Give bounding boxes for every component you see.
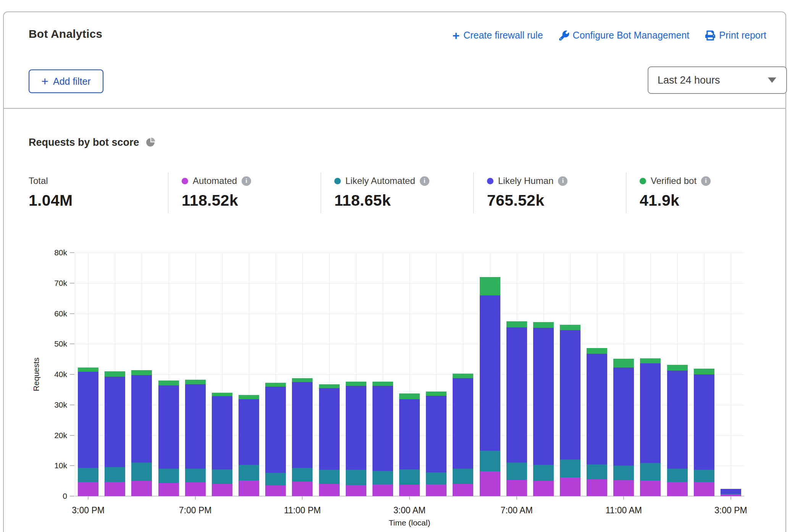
legend-dot (334, 178, 341, 184)
create-firewall-rule-link[interactable]: + Create firewall rule (452, 30, 543, 41)
info-icon[interactable]: i (701, 176, 711, 186)
legend-dot (487, 178, 493, 184)
info-icon[interactable]: i (558, 176, 568, 186)
print-report-label: Print report (719, 30, 766, 41)
stat-automated: Automatedi118.52k (168, 172, 321, 213)
plus-icon: + (452, 31, 459, 40)
add-filter-button[interactable]: + Add filter (29, 69, 103, 93)
stat-label: Total (29, 176, 48, 186)
info-icon[interactable]: i (420, 176, 429, 186)
configure-bot-management-label: Configure Bot Management (573, 30, 690, 41)
stat-label: Verified bot (651, 176, 696, 186)
plus-icon: + (41, 77, 48, 86)
stat-value: 41.9k (640, 192, 779, 210)
stat-value: 1.04M (29, 192, 168, 210)
configure-bot-management-link[interactable]: Configure Bot Management (559, 30, 690, 41)
legend-dot (640, 178, 646, 184)
stat-verified-bot: Verified boti41.9k (626, 172, 779, 213)
wrench-icon (559, 31, 569, 40)
add-filter-label: Add filter (53, 76, 91, 87)
header-actions: + Create firewall rule Configure Bot Man… (452, 30, 766, 41)
legend-dot (182, 178, 188, 184)
printer-icon (705, 31, 715, 40)
page-title: Bot Analytics (29, 27, 102, 40)
time-range-value: Last 24 hours (658, 74, 720, 86)
stat-label: Likely Automated (345, 176, 415, 186)
header-divider (3, 108, 786, 109)
stat-total: Total1.04M (15, 172, 168, 213)
info-icon[interactable]: i (242, 176, 251, 186)
stat-label: Automated (193, 176, 237, 186)
stat-value: 765.52k (487, 192, 626, 210)
time-range-dropdown[interactable]: Last 24 hours (648, 66, 787, 94)
stat-likely-human: Likely Humani765.52k (473, 172, 626, 213)
stat-label: Likely Human (498, 176, 553, 186)
stat-value: 118.65k (334, 192, 473, 210)
bot-analytics-page: Bot Analytics + Create firewall rule Con… (0, 0, 790, 532)
stats-row: Total1.04MAutomatedi118.52kLikely Automa… (15, 172, 779, 213)
stat-likely-automated: Likely Automatedi118.65k (321, 172, 473, 213)
create-firewall-rule-label: Create firewall rule (463, 30, 543, 41)
section-title: Requests by bot score (29, 137, 139, 148)
print-report-link[interactable]: Print report (705, 30, 766, 41)
section-title-row: Requests by bot score (29, 137, 155, 148)
pie-chart-icon (145, 137, 155, 148)
stat-value: 118.52k (182, 192, 321, 210)
chevron-down-icon (768, 77, 776, 83)
